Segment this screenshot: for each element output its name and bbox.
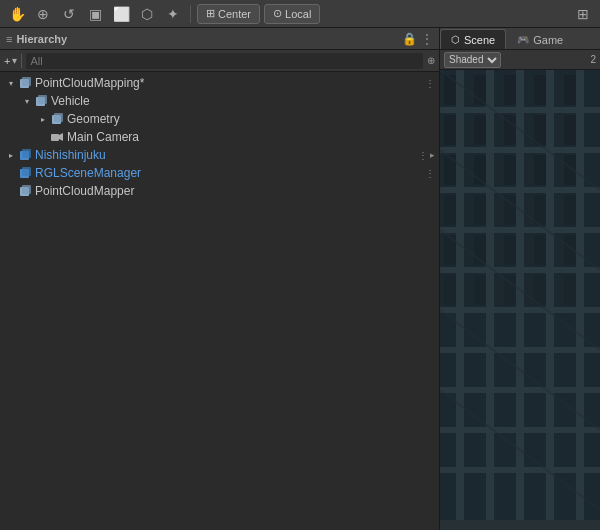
main-layout: ≡ Hierarchy 🔒 ⋮ + ▾ ⊕ ▾PointCloudMapping… xyxy=(0,28,600,530)
svg-rect-49 xyxy=(534,195,546,225)
svg-rect-59 xyxy=(534,275,546,305)
tree-arrow-nishishinjuku[interactable]: ▸ xyxy=(4,146,18,164)
svg-rect-37 xyxy=(474,115,486,145)
tree-arrow-geometry[interactable]: ▸ xyxy=(36,110,50,128)
svg-rect-60 xyxy=(564,275,576,305)
tab-scene[interactable]: ⬡ Scene xyxy=(440,29,506,49)
tree-item-rglscenemanager[interactable]: RGLSceneManager⋮ xyxy=(0,164,439,182)
shaded-dropdown[interactable]: Shaded xyxy=(444,52,501,68)
tree-more-nishishinjuku: ⋮▸ xyxy=(418,150,435,161)
svg-rect-5 xyxy=(54,113,63,122)
more-options-icon[interactable]: ⋮ xyxy=(421,32,433,46)
grid-icon[interactable]: ⊞ xyxy=(572,3,594,25)
resolution-value: 2 xyxy=(590,54,596,65)
tree-icon-rglscenemanager xyxy=(18,166,32,180)
move-tool-icon[interactable]: ⊕ xyxy=(32,3,54,25)
svg-rect-3 xyxy=(38,95,47,104)
tree-label-vehicle: Vehicle xyxy=(51,94,90,108)
rect-tool-icon[interactable]: ⬜ xyxy=(110,3,132,25)
hierarchy-header-icons: 🔒 ⋮ xyxy=(402,32,433,46)
svg-rect-46 xyxy=(444,195,456,225)
hierarchy-header: ≡ Hierarchy 🔒 ⋮ xyxy=(0,28,439,50)
svg-rect-11 xyxy=(22,167,31,176)
tree-icon-geometry xyxy=(50,112,64,126)
tree-label-geometry: Geometry xyxy=(67,112,120,126)
tree-arrow-maincamera xyxy=(36,128,50,146)
custom-tool-icon[interactable]: ✦ xyxy=(162,3,184,25)
scene-toolbar: Shaded 2 xyxy=(440,50,600,70)
center-label: Center xyxy=(218,8,251,20)
search-separator xyxy=(21,54,22,68)
tree-label-maincamera: Main Camera xyxy=(67,130,139,144)
scene-tabs: ⬡ Scene 🎮 Game xyxy=(440,28,600,50)
game-tab-label: Game xyxy=(533,34,563,46)
tree-item-pointcloudmapper[interactable]: PointCloudMapper xyxy=(0,182,439,200)
svg-rect-54 xyxy=(534,235,546,265)
search-bar: + ▾ ⊕ xyxy=(0,50,439,72)
center-icon: ⊞ xyxy=(206,7,215,20)
tree-label-root: PointCloudMapping* xyxy=(35,76,144,90)
tree-item-nishishinjuku[interactable]: ▸Nishishinjuku⋮▸ xyxy=(0,146,439,164)
more-arrow-icon-nishishinjuku: ▸ xyxy=(430,150,435,160)
svg-rect-33 xyxy=(504,75,516,105)
tree-arrow-vehicle[interactable]: ▾ xyxy=(20,92,34,110)
svg-rect-47 xyxy=(474,195,486,225)
tree-icon-maincamera xyxy=(50,130,64,144)
tree-item-vehicle[interactable]: ▾Vehicle xyxy=(0,92,439,110)
local-icon: ⊙ xyxy=(273,7,282,20)
tree-item-root[interactable]: ▾PointCloudMapping*⋮ xyxy=(0,74,439,92)
svg-rect-36 xyxy=(444,115,456,145)
svg-rect-39 xyxy=(534,115,546,145)
hand-tool-icon[interactable]: ✋ xyxy=(6,3,28,25)
tree-more-root: ⋮ xyxy=(425,78,435,89)
lock-icon[interactable]: 🔒 xyxy=(402,32,417,46)
more-dots-icon-rglscenemanager[interactable]: ⋮ xyxy=(425,168,435,179)
building-background xyxy=(440,70,600,520)
hamburger-icon: ≡ xyxy=(6,33,12,45)
toolbar-right: ⊞ xyxy=(572,3,594,25)
more-dots-icon-nishishinjuku[interactable]: ⋮ xyxy=(418,150,428,161)
transform-tool-icon[interactable]: ⬡ xyxy=(136,3,158,25)
tree-label-pointcloudmapper: PointCloudMapper xyxy=(35,184,134,198)
scene-tab-icon: ⬡ xyxy=(451,34,460,45)
svg-rect-53 xyxy=(504,235,516,265)
tree-arrow-root[interactable]: ▾ xyxy=(4,74,18,92)
scene-view[interactable] xyxy=(440,70,600,530)
svg-rect-40 xyxy=(564,115,576,145)
local-button[interactable]: ⊙ Local xyxy=(264,4,320,24)
tree-more-rglscenemanager: ⋮ xyxy=(425,168,435,179)
svg-rect-35 xyxy=(564,75,576,105)
more-dots-icon-root[interactable]: ⋮ xyxy=(425,78,435,89)
search-input[interactable] xyxy=(26,53,423,69)
hierarchy-title: Hierarchy xyxy=(16,33,67,45)
tree-icon-root xyxy=(18,76,32,90)
local-label: Local xyxy=(285,8,311,20)
tree-label-nishishinjuku: Nishishinjuku xyxy=(35,148,106,162)
add-button[interactable]: + ▾ xyxy=(4,55,17,67)
hierarchy-panel: ≡ Hierarchy 🔒 ⋮ + ▾ ⊕ ▾PointCloudMapping… xyxy=(0,28,440,530)
svg-rect-44 xyxy=(534,155,546,185)
game-tab-icon: 🎮 xyxy=(517,34,529,45)
svg-rect-9 xyxy=(22,149,31,158)
svg-rect-34 xyxy=(534,75,546,105)
toolbar-sep-1 xyxy=(190,5,191,23)
scale-tool-icon[interactable]: ▣ xyxy=(84,3,106,25)
tree-icon-vehicle xyxy=(34,94,48,108)
hierarchy-tree: ▾PointCloudMapping*⋮▾Vehicle▸GeometryMai… xyxy=(0,72,439,530)
svg-rect-57 xyxy=(474,275,486,305)
scene-tab-label: Scene xyxy=(464,34,495,46)
tree-item-maincamera[interactable]: Main Camera xyxy=(0,128,439,146)
svg-rect-13 xyxy=(22,185,31,194)
center-button[interactable]: ⊞ Center xyxy=(197,4,260,24)
svg-rect-1 xyxy=(22,77,31,86)
svg-rect-6 xyxy=(51,134,59,141)
tree-icon-nishishinjuku xyxy=(18,148,32,162)
tree-item-geometry[interactable]: ▸Geometry xyxy=(0,110,439,128)
svg-rect-43 xyxy=(504,155,516,185)
tab-game[interactable]: 🎮 Game xyxy=(506,29,574,49)
search-clear-icon[interactable]: ⊕ xyxy=(427,55,435,66)
svg-rect-56 xyxy=(444,275,456,305)
tree-arrow-rglscenemanager xyxy=(4,164,18,182)
rotate-tool-icon[interactable]: ↺ xyxy=(58,3,80,25)
plus-icon: + xyxy=(4,55,10,67)
